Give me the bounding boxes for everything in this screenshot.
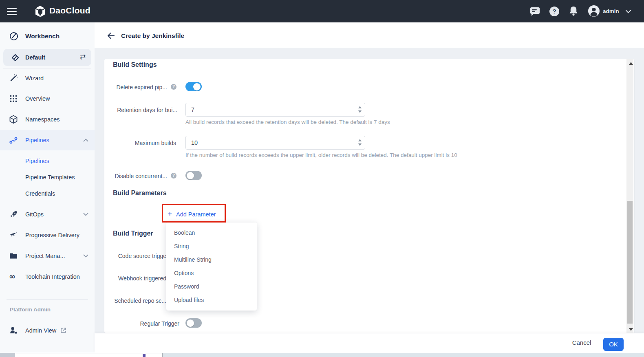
- menu-item-multiline-string[interactable]: Multiline String: [166, 253, 257, 267]
- sidebar-item-overview[interactable]: Overview: [0, 88, 95, 109]
- chevron-down-icon: [83, 254, 88, 258]
- scrollbar-up-arrow[interactable]: [629, 62, 633, 65]
- cancel-button[interactable]: Cancel: [570, 339, 593, 346]
- add-parameter-label: Add Parameter: [176, 211, 216, 218]
- sidebar-item-label: Progressive Delivery: [25, 232, 79, 238]
- sidebar: Workbench Default ⇄ Wizard: [0, 22, 95, 357]
- notification-bell-icon[interactable]: [568, 6, 579, 17]
- parameter-type-menu: Boolean String Multiline String Options …: [166, 223, 257, 311]
- maximum-builds-input[interactable]: 10: [185, 136, 365, 150]
- switch-workspace-icon[interactable]: ⇄: [80, 53, 86, 61]
- retention-days-value: 7: [191, 106, 194, 113]
- menu-item-options[interactable]: Options: [166, 267, 257, 280]
- sidebar-item-label: Overview: [25, 95, 50, 102]
- delete-expired-toggle[interactable]: [185, 82, 202, 91]
- menu-item-password[interactable]: Password: [166, 280, 257, 293]
- chevron-down-icon: [83, 213, 88, 216]
- menu-item-upload-files[interactable]: Upload files: [166, 293, 257, 307]
- toggle-knob: [187, 320, 194, 327]
- regular-trigger-toggle[interactable]: [185, 318, 202, 328]
- sidebar-item-label: Pipelines: [25, 137, 49, 143]
- sidebar-item-pipelines[interactable]: Pipelines: [0, 130, 95, 150]
- brand-name: DaoCloud: [49, 6, 90, 15]
- disable-concurrent-label: Disable concurrent...: [115, 173, 167, 179]
- toggle-knob: [187, 172, 194, 179]
- sidebar-item-progressive-delivery[interactable]: Progressive Delivery: [0, 225, 95, 245]
- hamburger-menu-icon[interactable]: [7, 8, 17, 15]
- sidebar-item-namespaces[interactable]: Namespaces: [0, 109, 95, 130]
- sidebar-subitem-pipelines[interactable]: Pipelines: [25, 153, 90, 169]
- build-settings-heading: Build Settings: [113, 61, 157, 68]
- bottom-strip-left: [0, 353, 15, 357]
- sidebar-item-project-management[interactable]: Project Mana...: [0, 246, 95, 266]
- menu-item-boolean[interactable]: Boolean: [166, 226, 257, 240]
- back-arrow-icon[interactable]: [107, 32, 115, 39]
- progressive-delivery-bird-icon: [9, 231, 18, 240]
- toggle-knob: [193, 83, 201, 90]
- number-stepper[interactable]: [358, 139, 362, 146]
- maximum-builds-value: 10: [191, 139, 198, 146]
- help-tooltip-icon[interactable]: ?: [171, 173, 176, 178]
- user-avatar[interactable]: [588, 5, 600, 17]
- workbench-icon: [9, 31, 19, 41]
- build-trigger-heading: Build Trigger: [113, 230, 153, 237]
- background-window-favicon: [143, 354, 146, 357]
- background-window-edge: [15, 353, 163, 357]
- vertical-scrollbar-thumb[interactable]: [627, 201, 633, 324]
- sidebar-subitem-credentials[interactable]: Credentials: [25, 185, 90, 202]
- gitops-rocket-icon: [9, 210, 18, 219]
- help-tooltip-icon[interactable]: ?: [171, 84, 176, 90]
- ok-button[interactable]: OK: [603, 338, 624, 351]
- page-header: Create by Jenkinsfile: [95, 22, 644, 48]
- stepper-down-icon[interactable]: [358, 110, 362, 113]
- retention-days-input[interactable]: 7: [185, 103, 365, 117]
- number-stepper[interactable]: [358, 106, 362, 113]
- sidebar-subitem-pipeline-templates[interactable]: Pipeline Templates: [25, 169, 90, 185]
- workbench-label: Workbench: [25, 33, 60, 40]
- sidebar-item-admin-view[interactable]: Admin View: [0, 320, 95, 341]
- form-footer: [95, 333, 644, 353]
- sidebar-item-label: Wizard: [25, 75, 44, 82]
- sidebar-item-workbench[interactable]: Workbench: [0, 31, 95, 47]
- wizard-icon: [9, 74, 18, 83]
- scheduled-repo-scan-label: Scheduled repo sc...: [114, 298, 166, 304]
- overview-icon: [9, 94, 18, 103]
- maximum-builds-label: Maximum builds: [135, 140, 176, 146]
- sidebar-item-label: GitOps: [25, 211, 44, 218]
- message-icon[interactable]: [530, 7, 540, 16]
- workspace-name: Default: [25, 54, 45, 61]
- disable-concurrent-toggle[interactable]: [185, 171, 202, 180]
- pipelines-icon: [9, 136, 18, 145]
- retention-days-help: All build records that exceed the retent…: [185, 119, 390, 125]
- maximum-builds-help: If the number of build records exceeds t…: [185, 152, 457, 158]
- delete-expired-label: Delete expired pip...: [116, 84, 167, 90]
- username-label[interactable]: admin: [603, 8, 619, 14]
- plus-icon: +: [168, 210, 172, 218]
- webhook-trigger-label: Webhook triggered: [118, 275, 166, 282]
- stepper-up-icon[interactable]: [358, 139, 362, 141]
- sidebar-item-label: Toolchain Integration: [25, 273, 80, 280]
- sidebar-item-gitops[interactable]: GitOps: [0, 204, 95, 225]
- daocloud-logo-icon: [34, 5, 46, 18]
- page-title: Create by Jenkinsfile: [121, 32, 184, 40]
- bottom-strip-right: [163, 353, 644, 357]
- workspace-icon: [11, 54, 19, 62]
- infinity-icon: ∞: [9, 272, 18, 281]
- external-link-icon: [60, 327, 66, 333]
- menu-item-string[interactable]: String: [166, 240, 257, 253]
- sidebar-item-wizard[interactable]: Wizard: [0, 68, 95, 88]
- sidebar-divider: [7, 299, 88, 300]
- stepper-down-icon[interactable]: [358, 143, 362, 146]
- scrollbar-down-arrow[interactable]: [629, 328, 633, 331]
- sidebar-item-toolchain-integration[interactable]: ∞ Toolchain Integration: [0, 267, 95, 287]
- chevron-up-icon: [83, 139, 88, 142]
- top-navbar: DaoCloud ? admin: [0, 0, 644, 22]
- help-icon[interactable]: ?: [549, 7, 559, 16]
- user-menu-chevron-down-icon[interactable]: [625, 10, 631, 13]
- stepper-up-icon[interactable]: [358, 106, 362, 108]
- folder-icon: [9, 251, 18, 260]
- sidebar-item-label: Admin View: [25, 327, 56, 334]
- sidebar-item-label: Namespaces: [25, 116, 60, 123]
- platform-admin-section-label: Platform Admin: [10, 306, 51, 313]
- workspace-selector[interactable]: Default ⇄: [3, 49, 91, 66]
